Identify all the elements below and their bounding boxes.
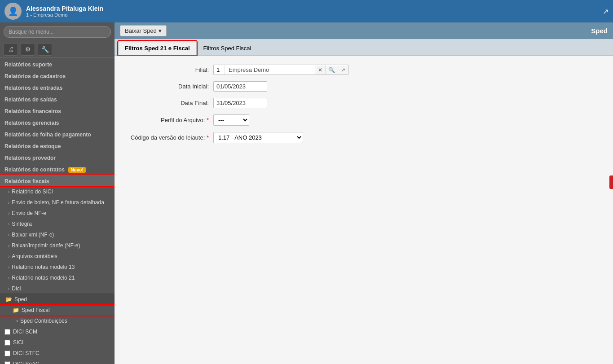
- sici-checkbox[interactable]: [4, 340, 10, 346]
- new-badge: Novo!: [68, 167, 85, 173]
- right-edge-indicator: [609, 175, 613, 189]
- folder-icon: 📁: [13, 307, 19, 313]
- settings-icon-btn[interactable]: ⚙: [21, 43, 35, 56]
- sidebar-item-relatorios-cadastros[interactable]: Relatórios de cadastros: [0, 70, 115, 81]
- sidebar-item-relatorios-provedor[interactable]: Relatórios provedor: [0, 151, 115, 163]
- avatar-icon: 👤: [8, 6, 18, 16]
- sidebar-item-baixar-danfe[interactable]: › Baixar/Imprimir danfe (NF-e): [0, 240, 115, 251]
- tab-filtros-sped-fiscal[interactable]: Filtros Sped Fiscal: [197, 41, 258, 55]
- sidebar-item-relatorios-estoque[interactable]: Relatórios de estoque: [0, 140, 115, 151]
- sidebar-folder-sped[interactable]: 📂 Sped: [0, 294, 115, 305]
- sidebar-item-relatorios-saidas[interactable]: Relatórios de saídas: [0, 93, 115, 105]
- user-info: Alessandra Pitaluga Klein 1 - Empresa De…: [26, 5, 603, 18]
- sidebar-item-dici[interactable]: › Dici: [0, 283, 115, 294]
- sidebar-item-relatorios-suporte[interactable]: Relatórios suporte: [0, 58, 115, 70]
- sidebar-search-container: [0, 22, 115, 41]
- sidebar-item-relatorios-contratos[interactable]: Relatórios de contratos Novo!: [0, 163, 115, 175]
- sidebar-icon-toolbar: 🖨 ⚙ 🔧: [0, 41, 115, 58]
- data-final-input[interactable]: [213, 98, 267, 108]
- sidebar-item-envio-boleto[interactable]: › Envio de boleto, NF e fatura detalhada: [0, 197, 115, 208]
- filial-search-button[interactable]: 🔍: [325, 66, 338, 75]
- perfil-label: Perfil do Arquivo: *: [123, 117, 213, 123]
- data-inicial-row: Data Inicial:: [123, 81, 604, 92]
- sidebar-item-sintegra[interactable]: › Sintegra: [0, 219, 115, 229]
- filial-name: Empresa Demo: [225, 65, 315, 75]
- data-inicial-input[interactable]: [213, 81, 267, 92]
- sidebar-subfolder-sped-fiscal[interactable]: 📁 Sped Fiscal: [0, 305, 115, 316]
- page-title: Sped: [591, 27, 608, 35]
- sidebar-item-dici-stfc[interactable]: DICI STFC: [0, 348, 115, 359]
- filial-input-group: 1 Empresa Demo ✕ 🔍 ↗: [213, 65, 348, 75]
- print-icon-btn[interactable]: 🖨: [4, 43, 18, 56]
- versao-select[interactable]: 1.17 - ANO 2023: [213, 132, 303, 143]
- sidebar-item-baixar-xml[interactable]: › Baixar xml (NF-e): [0, 229, 115, 240]
- layout: 🖨 ⚙ 🔧 Relatórios suporte Relatórios de c…: [0, 22, 613, 364]
- top-bar: 👤 Alessandra Pitaluga Klein 1 - Empresa …: [0, 0, 613, 22]
- versao-row: Código da versão do leiaute: * 1.17 - AN…: [123, 132, 604, 143]
- filial-clear-button[interactable]: ✕: [315, 66, 325, 75]
- dici-scm-checkbox[interactable]: [4, 329, 10, 335]
- dici-seac-checkbox[interactable]: [4, 361, 10, 364]
- sidebar-item-relatorios-financeiros[interactable]: Relatórios financeiros: [0, 105, 115, 116]
- sidebar-item-relatorio-sici[interactable]: › Relatório do SICI: [0, 186, 115, 197]
- baixar-sped-button[interactable]: Baixar Sped ▾: [120, 25, 167, 36]
- main-header: Baixar Sped ▾ Sped: [115, 22, 613, 39]
- filial-row: Filial: 1 Empresa Demo ✕ 🔍 ↗: [123, 65, 604, 75]
- tabs-bar: Filtros Sped 21 e Fiscal Filtros Sped Fi…: [115, 39, 613, 56]
- filial-open-button[interactable]: ↗: [338, 66, 348, 75]
- sidebar: 🖨 ⚙ 🔧 Relatórios suporte Relatórios de c…: [0, 22, 115, 364]
- user-name: Alessandra Pitaluga Klein: [26, 5, 603, 12]
- sidebar-item-notas-modelo13[interactable]: › Relatório notas modelo 13: [0, 262, 115, 272]
- sidebar-item-envio-nfe[interactable]: › Envio de NF-e: [0, 208, 115, 219]
- form-area: Filial: 1 Empresa Demo ✕ 🔍 ↗ Data Inicia…: [115, 56, 613, 364]
- main-content: Baixar Sped ▾ Sped Filtros Sped 21 e Fis…: [115, 22, 613, 364]
- sidebar-item-relatorios-folha[interactable]: Relatórios de folha de pagamento: [0, 128, 115, 140]
- sidebar-item-relatorios-entradas[interactable]: Relatórios de entradas: [0, 81, 115, 93]
- search-input[interactable]: [4, 26, 111, 38]
- user-company: 1 - Empresa Demo: [26, 12, 603, 18]
- tools-icon-btn[interactable]: 🔧: [38, 43, 52, 56]
- dici-stfc-checkbox[interactable]: [4, 351, 10, 356]
- sidebar-item-sici[interactable]: SICI: [0, 337, 115, 348]
- data-inicial-label: Data Inicial:: [123, 83, 213, 90]
- sidebar-item-dici-scm[interactable]: DICI SCM: [0, 326, 115, 337]
- avatar: 👤: [4, 3, 22, 20]
- sidebar-item-relatorios-gerenciais[interactable]: Relatórios gerenciais: [0, 116, 115, 128]
- sidebar-item-relatorios-fiscais[interactable]: Relatórios fiscais: [0, 175, 115, 186]
- sidebar-item-arquivos-contabeis[interactable]: › Arquivos contábeis: [0, 251, 115, 262]
- filial-label: Filial:: [123, 66, 213, 73]
- sidebar-item-dici-seac[interactable]: DICI SeAC: [0, 359, 115, 364]
- filial-number: 1: [214, 65, 225, 75]
- tab-filtros-sped-21-fiscal[interactable]: Filtros Sped 21 e Fiscal: [118, 41, 197, 55]
- sidebar-item-notas-modelo21[interactable]: › Relatório notas modelo 21: [0, 272, 115, 283]
- export-icon[interactable]: ↗: [603, 7, 609, 16]
- versao-label: Código da versão do leiaute: *: [123, 134, 213, 141]
- data-final-row: Data Final:: [123, 98, 604, 108]
- folder-open-icon: 📂: [5, 296, 12, 303]
- perfil-select[interactable]: ---: [213, 114, 249, 126]
- data-final-label: Data Final:: [123, 100, 213, 106]
- sidebar-item-sped-contribuicoes[interactable]: › Sped Contribuições: [0, 316, 115, 326]
- perfil-row: Perfil do Arquivo: * ---: [123, 114, 604, 126]
